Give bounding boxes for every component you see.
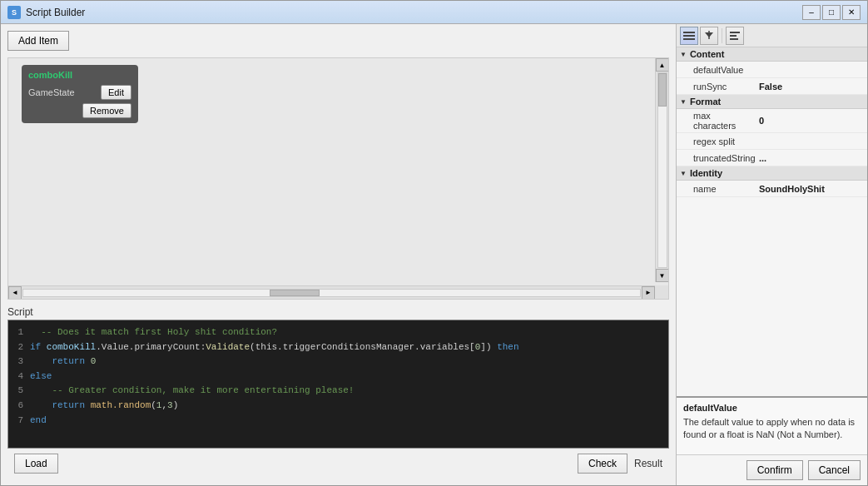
prop-tool-extra-button[interactable] xyxy=(726,27,744,45)
main-content: Add Item comboKill GameState Edit Remove xyxy=(1,24,867,485)
prop-tool-list-button[interactable] xyxy=(680,27,698,45)
section-identity-label: Identity xyxy=(690,168,722,178)
script-label: Script xyxy=(7,306,669,318)
section-format-header[interactable]: ▼ Format xyxy=(677,95,867,109)
collapse-icon-content: ▼ xyxy=(680,51,687,58)
prop-info-text: The default value to apply when no data … xyxy=(683,416,861,442)
prop-name-truncatedstring: truncatedString xyxy=(677,151,756,165)
confirm-cancel-bar: Confirm Cancel xyxy=(677,454,867,485)
scroll-right-button[interactable]: ► xyxy=(642,286,655,300)
load-button[interactable]: Load xyxy=(14,454,58,474)
prop-tool-sort-button[interactable] xyxy=(700,27,718,45)
script-line-6: 6 return math.random(1,3) xyxy=(13,399,663,414)
prop-row-defaultvalue[interactable]: defaultValue xyxy=(677,62,867,78)
prop-value-regexsplit xyxy=(756,140,867,143)
property-tree: ▼ Content defaultValue runSync False ▼ F… xyxy=(677,47,867,396)
script-line-7: 7 end xyxy=(13,414,663,429)
svg-rect-3 xyxy=(730,32,740,33)
section-content-header[interactable]: ▼ Content xyxy=(677,47,867,62)
scroll-track-h[interactable] xyxy=(22,289,641,297)
node-label: GameState xyxy=(28,87,75,97)
script-line-4: 4 else xyxy=(13,369,663,384)
prop-row-regexsplit[interactable]: regex split xyxy=(677,133,867,150)
svg-rect-5 xyxy=(730,38,738,40)
svg-rect-1 xyxy=(683,35,695,37)
remove-button[interactable]: Remove xyxy=(82,103,131,118)
svg-rect-0 xyxy=(683,32,695,33)
prop-value-defaultvalue xyxy=(756,68,867,72)
svg-rect-2 xyxy=(683,38,695,40)
node-block: comboKill GameState Edit Remove xyxy=(22,65,138,123)
svg-rect-4 xyxy=(730,35,737,37)
vertical-scrollbar[interactable]: ▲ ▼ xyxy=(655,58,668,282)
property-toolbar xyxy=(677,24,867,47)
prop-value-maxcharacters: 0 xyxy=(756,114,867,127)
edit-button[interactable]: Edit xyxy=(101,85,131,100)
script-line-1: 1 -- Does it match first Holy shit condi… xyxy=(13,325,663,340)
scroll-thumb-v[interactable] xyxy=(658,73,667,107)
app-icon: S xyxy=(7,6,21,19)
node-title: comboKill xyxy=(28,70,131,80)
title-controls: – □ ✕ xyxy=(802,5,861,20)
toolbar-divider xyxy=(722,28,722,43)
extra-icon xyxy=(728,29,742,42)
check-button[interactable]: Check xyxy=(578,454,627,474)
prop-value-name: SoundHolyShit xyxy=(756,182,867,196)
right-panel: ▼ Content defaultValue runSync False ▼ F… xyxy=(676,24,867,485)
prop-row-runsync[interactable]: runSync False xyxy=(677,78,867,95)
scroll-left-button[interactable]: ◄ xyxy=(8,286,22,300)
collapse-icon-identity: ▼ xyxy=(680,170,687,177)
scroll-track-v[interactable] xyxy=(657,72,667,268)
cancel-button[interactable]: Cancel xyxy=(808,460,861,480)
main-window: S Script Builder – □ ✕ Add Item comboKil… xyxy=(0,0,868,486)
prop-name-regexsplit: regex split xyxy=(677,135,756,148)
prop-row-maxcharacters[interactable]: max characters 0 xyxy=(677,109,867,133)
prop-value-runsync: False xyxy=(756,80,867,93)
prop-row-name[interactable]: name SoundHolyShit xyxy=(677,181,867,197)
minimize-button[interactable]: – xyxy=(802,5,821,20)
toolbar: Add Item xyxy=(7,31,669,51)
confirm-button[interactable]: Confirm xyxy=(746,460,803,480)
close-button[interactable]: ✕ xyxy=(842,5,861,20)
prop-name-name: name xyxy=(677,182,756,196)
script-section: Script 1 -- Does it match first Holy shi… xyxy=(7,306,669,449)
canvas-area: comboKill GameState Edit Remove ▲ xyxy=(7,57,669,300)
add-item-button[interactable]: Add Item xyxy=(7,31,69,51)
bottom-bar: Load Check Result xyxy=(7,449,669,479)
scroll-up-button[interactable]: ▲ xyxy=(656,58,669,72)
collapse-icon-format: ▼ xyxy=(680,98,687,106)
property-info: defaultValue The default value to apply … xyxy=(677,396,867,454)
prop-value-truncatedstring: ... xyxy=(756,151,867,165)
section-identity-header[interactable]: ▼ Identity xyxy=(677,166,867,181)
script-line-3: 3 return 0 xyxy=(13,355,663,369)
prop-name-defaultvalue: defaultValue xyxy=(677,63,756,77)
prop-name-runsync: runSync xyxy=(677,80,756,93)
left-panel: Add Item comboKill GameState Edit Remove xyxy=(1,24,676,485)
window-title: Script Builder xyxy=(26,7,802,18)
node-row: GameState Edit xyxy=(28,85,131,100)
prop-info-title: defaultValue xyxy=(683,403,861,413)
list-icon xyxy=(682,29,696,42)
prop-name-maxcharacters: max characters xyxy=(677,109,756,132)
sort-icon xyxy=(702,29,716,42)
script-line-2: 2 if comboKill.Value.primaryCount:Valida… xyxy=(13,340,663,355)
scroll-corner xyxy=(655,285,668,299)
node-remove-row: Remove xyxy=(28,103,131,118)
section-format-label: Format xyxy=(690,97,721,107)
script-line-5: 5 -- Greater condition, make it more ent… xyxy=(13,384,663,399)
script-editor[interactable]: 1 -- Does it match first Holy shit condi… xyxy=(7,320,669,449)
scroll-thumb-h[interactable] xyxy=(270,290,320,296)
title-bar: S Script Builder – □ ✕ xyxy=(1,1,867,24)
prop-row-truncatedstring[interactable]: truncatedString ... xyxy=(677,150,867,166)
bottom-right: Check Result xyxy=(578,454,662,474)
maximize-button[interactable]: □ xyxy=(822,5,841,20)
scroll-down-button[interactable]: ▼ xyxy=(656,269,669,282)
horizontal-scrollbar[interactable]: ◄ ► xyxy=(8,285,655,299)
result-label: Result xyxy=(634,458,662,469)
section-content-label: Content xyxy=(690,49,725,59)
